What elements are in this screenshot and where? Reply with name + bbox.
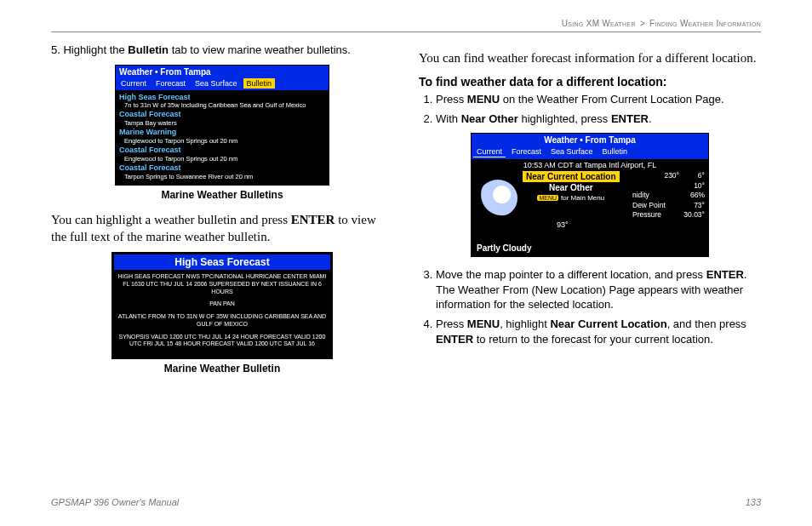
wft-tabs: Current Forecast Sea Surface Bulletin [472, 146, 708, 159]
hsf-line: ATLANTIC FROM 7N TO 31N W OF 35W INCLUDI… [117, 313, 327, 329]
tab-current: Current [117, 78, 150, 89]
step-4: Press MENU, highlight Near Current Locat… [436, 317, 761, 346]
bulletin-title: Coastal Forecast [119, 146, 325, 155]
header-sep: > [640, 19, 645, 28]
header-section: Using XM Weather [562, 19, 636, 28]
left-para-enter: You can highlight a weather bulletin and… [51, 211, 393, 246]
tab-sea-surface: Sea Surface [547, 146, 597, 157]
figure-high-seas-forecast: High Seas Forecast HIGH SEAS FORECAST NW… [112, 252, 333, 359]
fig2-caption: Marine Weather Bulletin [51, 363, 393, 374]
bulletin-sub: Tarpon Springs to Suwannee River out 20 … [124, 173, 325, 180]
fig1-tabs: Current Forecast Sea Surface Bulletin [116, 78, 329, 90]
bulletin-sub: Tampa Bay waters [124, 119, 325, 127]
section-head: To find weather data for a different loc… [419, 75, 761, 89]
right-column: You can find weather forecast informatio… [419, 43, 761, 385]
bulletin-sub: 7n to 31n W of 35w Including Caribbean S… [124, 101, 325, 109]
hsf-title: High Seas Forecast [114, 254, 330, 270]
bulletin-title: Coastal Forecast [119, 163, 325, 173]
menu-hint: MENUfor Main Menu [523, 193, 620, 203]
step-3: Move the map pointer to a different loca… [436, 267, 761, 312]
figure-marine-bulletins: Weather • From Tampa Current Forecast Se… [115, 65, 329, 186]
menu-near-other: Near Other [523, 182, 620, 193]
fig1-caption: Marine Weather Bulletins [51, 189, 393, 201]
hsf-line: HIGH SEAS FORECAST NWS TPC/NATIONAL HURR… [117, 273, 327, 295]
page-header-breadcrumb: Using XM Weather > Finding Weather Infor… [51, 17, 761, 32]
right-intro: You can find weather forecast informatio… [419, 49, 761, 66]
wft-title: Weather • From Tampa [472, 134, 708, 146]
footer-page-number: 133 [746, 497, 761, 507]
wft-condition: Partly Cloudy [477, 243, 531, 253]
figure-weather-from-tampa: Weather • From Tampa Current Forecast Se… [471, 133, 709, 257]
hsf-line: PAN PAN [117, 300, 327, 308]
step-1: Press MENU on the Weather From Current L… [436, 92, 761, 107]
steps-list-top: Press MENU on the Weather From Current L… [436, 92, 761, 126]
tab-forecast: Forecast [152, 78, 189, 89]
weather-icon [478, 180, 518, 217]
tab-current: Current [473, 146, 506, 157]
steps-list-bottom: Move the map pointer to a different loca… [436, 267, 761, 346]
menu-near-current: Near Current Location [523, 171, 620, 182]
wft-popup-menu: Near Current Location Near Other MENUfor… [523, 171, 620, 203]
tab-bulletin: Bulletin [243, 78, 276, 89]
hsf-line: SYNOPSIS VALID 1200 UTC THU JUL 14 24 HO… [117, 334, 327, 349]
bulletin-title: Marine Warning [119, 128, 325, 137]
step-5: Highlight the Bulletin tab to view marin… [51, 43, 393, 58]
wft-status: 10:53 AM CDT at Tampa Intl Airport, FL [472, 159, 708, 171]
left-column: Highlight the Bulletin tab to view marin… [51, 43, 393, 385]
bulletin-sub: Englewood to Tarpon Springs out 20 nm [124, 155, 325, 163]
step-2: With Near Other highlighted, press ENTER… [436, 111, 761, 127]
bulletin-title: High Seas Forecast [119, 93, 325, 102]
bulletin-title: Coastal Forecast [119, 110, 325, 119]
tab-forecast: Forecast [508, 146, 545, 157]
header-sub: Finding Weather Information [649, 19, 761, 28]
fig1-title: Weather • From Tampa [116, 66, 329, 78]
bulletin-sub: Englewood to Tarpon Springs out 20 nm [124, 137, 325, 145]
page-footer: GPSMAP 396 Owner's Manual 133 [51, 497, 761, 507]
footer-left: GPSMAP 396 Owner's Manual [51, 497, 179, 507]
wft-temp: 93° [557, 220, 569, 229]
wft-readings: 230°6° 10° nidity66% Dew Point73° Pressu… [617, 171, 705, 220]
tab-sea-surface: Sea Surface [192, 78, 241, 89]
tab-bulletin: Bulletin [599, 146, 632, 157]
